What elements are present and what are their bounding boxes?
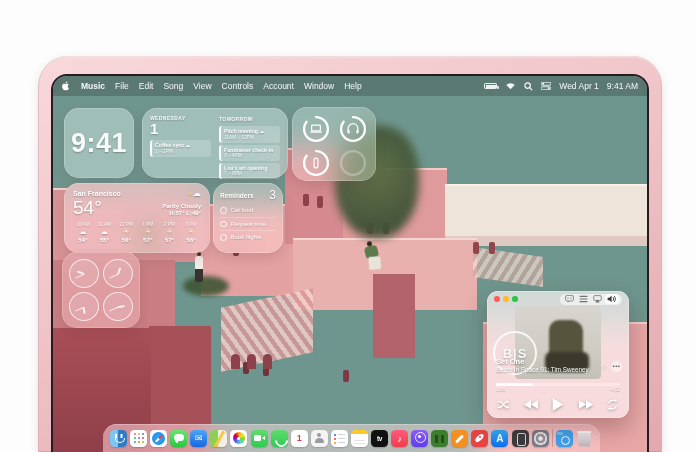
dock-notes-icon[interactable]	[351, 430, 368, 447]
weather-hour: 3 PM ☀ 56°	[181, 222, 201, 243]
dock-tv-icon[interactable]: tv	[371, 430, 388, 447]
screenshot-canvas: Music File Edit Song View Controls Accou…	[0, 0, 696, 452]
calendar-event[interactable]: Coffee sync ☁ 1 – 2PM	[150, 140, 211, 157]
close-button[interactable]	[494, 296, 500, 302]
menu-item-music[interactable]: Music	[81, 81, 105, 91]
menu-item-song[interactable]: Song	[163, 81, 183, 91]
battery-ring-empty	[336, 148, 369, 178]
reminder-item[interactable]: Cat food	[220, 204, 276, 217]
calendar-event[interactable]: Lou's art opening 7 – 8PM	[219, 163, 280, 179]
more-options-icon[interactable]: •••	[611, 361, 622, 372]
reminder-checkbox[interactable]	[220, 207, 227, 214]
event-time: 1 – 2PM	[155, 149, 208, 155]
battery-icon[interactable]	[484, 83, 497, 89]
reminder-checkbox[interactable]	[220, 221, 227, 228]
airplay-icon[interactable]	[593, 295, 602, 303]
dock-music-icon[interactable]: ♪	[391, 430, 408, 447]
dock-safari-icon[interactable]	[150, 430, 167, 447]
battery-ring-laptop[interactable]	[299, 114, 332, 144]
weather-hour: 12 PM ☀ 56°	[116, 222, 136, 243]
weather-current-temp: 54°	[73, 198, 102, 217]
dock-divider	[552, 429, 553, 447]
volume-icon[interactable]	[607, 295, 617, 303]
reminder-item[interactable]: Book flights	[220, 230, 276, 244]
dock-orange-draw-icon[interactable]	[451, 430, 468, 447]
dock-contacts-icon[interactable]	[311, 430, 328, 447]
wallpaper-arches	[231, 354, 240, 369]
reminders-widget[interactable]: Reminders 3 Cat food Request time… Book …	[213, 183, 283, 253]
dock-green-game-icon[interactable]	[431, 430, 448, 447]
menu-bar-date[interactable]: Wed Apr 1	[559, 81, 599, 91]
reminder-label: Book flights	[231, 234, 262, 240]
dock-maps-icon[interactable]	[210, 430, 227, 447]
clock-widget[interactable]: 9:41	[64, 108, 134, 178]
menu-item-window[interactable]: Window	[304, 81, 334, 91]
reminder-label: Request time…	[231, 221, 272, 227]
wallpaper-white-building	[445, 184, 647, 246]
menu-bar-time[interactable]: 9:41 AM	[607, 81, 638, 91]
dock-messages-icon[interactable]	[170, 430, 187, 447]
favorite-star-icon[interactable]: ☆	[600, 362, 607, 371]
next-icon[interactable]	[578, 399, 594, 410]
menu-item-controls[interactable]: Controls	[222, 81, 254, 91]
batteries-widget[interactable]	[292, 107, 376, 181]
dock-facetime-icon[interactable]	[251, 430, 268, 447]
calendar-tomorrow-label: TOMORROW	[219, 116, 280, 122]
apple-logo-icon	[62, 80, 71, 91]
weather-widget[interactable]: San Francisco ☀☁ 54° Partly Cloudy H:57°…	[64, 183, 210, 253]
search-icon[interactable]	[524, 82, 533, 91]
battery-ring-pencil[interactable]	[299, 148, 332, 178]
apple-menu-icon[interactable]	[62, 80, 71, 93]
zoom-button[interactable]	[512, 296, 518, 302]
dock-rocket-icon[interactable]	[471, 430, 488, 447]
partly-cloudy-icon: ☀☁	[188, 190, 201, 198]
repeat-icon[interactable]	[606, 399, 619, 410]
shuffle-icon[interactable]	[497, 399, 510, 410]
world-clock-widget[interactable]	[62, 252, 140, 328]
dock-phone-icon[interactable]	[271, 430, 288, 447]
dock-mail-icon[interactable]: ✉	[190, 430, 207, 447]
dock-photos-icon[interactable]	[230, 430, 247, 447]
minimize-button[interactable]	[503, 296, 509, 302]
menu-item-help[interactable]: Help	[344, 81, 361, 91]
reminder-checkbox[interactable]	[220, 234, 227, 241]
calendar-event[interactable]: Fundraiser check-in 3 – 4PM	[219, 145, 280, 161]
event-time: 7 – 8PM	[224, 171, 277, 177]
dock-podcasts-icon[interactable]	[411, 430, 428, 447]
ipad-device-frame: Music File Edit Song View Controls Accou…	[38, 56, 662, 452]
play-button[interactable]	[551, 397, 565, 412]
analog-clock	[103, 259, 133, 288]
dock-app-store-icon[interactable]: A	[491, 430, 508, 447]
previous-icon[interactable]	[523, 399, 539, 410]
reminders-title: Reminders	[220, 192, 254, 199]
dock-dark-device-icon[interactable]	[512, 430, 529, 447]
tv-glyph: tv	[371, 430, 388, 447]
dock-trash-icon[interactable]	[576, 430, 593, 447]
event-time: 11AM – 12PM	[224, 135, 277, 141]
dock-launchpad-icon[interactable]	[130, 430, 147, 447]
lyrics-icon[interactable]	[565, 295, 574, 303]
reminder-item[interactable]: Request time…	[220, 217, 276, 231]
calendar-day-glyph: 1	[291, 430, 308, 447]
track-title: Beats In Space 01: Tim Sweeney	[496, 366, 589, 374]
wallpaper-person	[195, 256, 203, 270]
menu-item-edit[interactable]: Edit	[139, 81, 154, 91]
wifi-icon[interactable]	[505, 82, 516, 90]
progress-fill	[496, 383, 533, 386]
calendar-widget[interactable]: WEDNESDAY 1 Coffee sync ☁ 1 – 2PM TOMORR…	[142, 108, 288, 178]
menu-item-view[interactable]: View	[193, 81, 211, 91]
dock-finder-icon[interactable]	[110, 430, 127, 447]
dock-settings-icon[interactable]	[532, 430, 549, 447]
dock-downloads-icon[interactable]	[556, 430, 573, 447]
calendar-event[interactable]: Pitch meeting ☁ 11AM – 12PM	[219, 126, 280, 143]
control-center-icon[interactable]	[541, 82, 551, 90]
up-next-icon[interactable]	[579, 295, 588, 303]
dock-calendar-icon[interactable]: 1	[291, 430, 308, 447]
envelope-glyph: ✉	[190, 430, 207, 447]
menu-item-file[interactable]: File	[115, 81, 129, 91]
progress-bar[interactable]	[496, 383, 620, 386]
menu-item-account[interactable]: Account	[263, 81, 294, 91]
battery-ring-headphones[interactable]	[336, 114, 369, 144]
dock-reminders-icon[interactable]	[331, 430, 348, 447]
music-player-window[interactable]: B|S Set One Beats In Space 01: Tim Sween…	[487, 291, 629, 418]
